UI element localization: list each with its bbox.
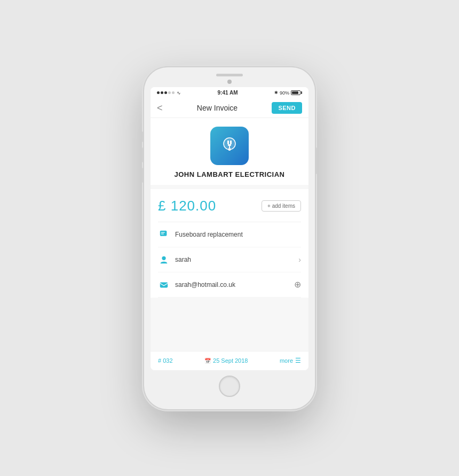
phone-screen: ∿ 9:41 AM ✱ 90% < New Invoice SEND bbox=[151, 87, 308, 370]
business-logo bbox=[210, 127, 249, 165]
more-button[interactable]: more ☰ bbox=[280, 357, 301, 364]
invoice-description: Fuseboard replacement bbox=[175, 231, 301, 238]
screen-content: JOHN LAMBART ELECTRICIAN £ 120.00 + add … bbox=[151, 118, 308, 351]
phone-camera bbox=[227, 80, 232, 84]
add-email-button[interactable]: ⊕ bbox=[294, 279, 301, 290]
battery-fill bbox=[292, 91, 298, 94]
signal-dot-2 bbox=[161, 91, 163, 94]
date-value: 25 Sept 2018 bbox=[213, 357, 248, 364]
volume-up-button bbox=[142, 147, 144, 162]
svg-rect-3 bbox=[228, 144, 231, 146]
nav-bar: < New Invoice SEND bbox=[151, 99, 308, 118]
power-button bbox=[315, 147, 317, 174]
description-row: Fuseboard replacement bbox=[158, 222, 301, 247]
phone-speaker bbox=[216, 74, 243, 76]
status-time: 9:41 AM bbox=[218, 90, 238, 96]
bluetooth-icon: ✱ bbox=[274, 90, 278, 95]
svg-rect-2 bbox=[230, 141, 232, 144]
svg-rect-6 bbox=[228, 150, 231, 151]
wifi-icon: ∿ bbox=[177, 90, 181, 96]
invoice-num-value: 032 bbox=[163, 357, 172, 364]
chat-icon bbox=[158, 229, 170, 240]
status-right: ✱ 90% bbox=[274, 90, 302, 96]
contact-name-chevron[interactable]: › bbox=[298, 255, 301, 264]
business-name: JOHN LAMBART ELECTRICIAN bbox=[175, 170, 285, 178]
hamburger-icon: ☰ bbox=[295, 357, 301, 364]
volume-buttons bbox=[142, 131, 144, 183]
battery-tip bbox=[301, 91, 302, 94]
contact-email: sarah@hotmail.co.uk bbox=[175, 281, 289, 288]
svg-rect-9 bbox=[161, 233, 164, 234]
svg-point-10 bbox=[162, 256, 165, 260]
contact-email-row[interactable]: sarah@hotmail.co.uk ⊕ bbox=[158, 272, 301, 298]
svg-rect-8 bbox=[161, 232, 165, 232]
invoice-num-hash: # bbox=[158, 357, 163, 364]
electrician-logo-icon bbox=[218, 134, 241, 158]
back-button[interactable]: < bbox=[157, 103, 163, 113]
add-items-button[interactable]: + add items bbox=[262, 200, 301, 212]
svg-rect-4 bbox=[229, 146, 230, 149]
battery-body bbox=[291, 90, 300, 95]
battery-pct: 90% bbox=[280, 90, 289, 96]
invoice-card: £ 120.00 + add items Fuseboard replaceme… bbox=[151, 189, 308, 298]
power-button-shape bbox=[315, 147, 317, 174]
invoice-number: # 032 bbox=[158, 357, 173, 364]
signal-dot-3 bbox=[164, 91, 167, 94]
battery-icon bbox=[291, 90, 302, 95]
invoice-date: 📅 25 Sept 2018 bbox=[204, 357, 248, 364]
nav-title: New Invoice bbox=[197, 104, 238, 112]
signal-dot-4 bbox=[168, 91, 171, 94]
mute-button bbox=[142, 131, 144, 142]
contact-name-row[interactable]: sarah › bbox=[158, 247, 301, 272]
signal-dots bbox=[157, 91, 175, 94]
status-bar: ∿ 9:41 AM ✱ 90% bbox=[151, 87, 308, 99]
footer-bar: # 032 📅 25 Sept 2018 more ☰ bbox=[151, 351, 308, 370]
chat-bubble-icon bbox=[159, 230, 169, 239]
svg-rect-5 bbox=[228, 149, 231, 150]
signal-dot-5 bbox=[172, 91, 175, 94]
more-label: more bbox=[280, 357, 293, 364]
phone-shell: ∿ 9:41 AM ✱ 90% < New Invoice SEND bbox=[144, 67, 315, 409]
spacer bbox=[151, 298, 308, 319]
phone-bottom bbox=[149, 376, 310, 397]
business-header: JOHN LAMBART ELECTRICIAN bbox=[151, 118, 308, 185]
calendar-icon: 📅 bbox=[204, 358, 211, 364]
status-left: ∿ bbox=[157, 90, 181, 96]
svg-rect-11 bbox=[160, 282, 168, 287]
invoice-amount: £ 120.00 bbox=[158, 198, 216, 214]
envelope-icon bbox=[159, 280, 169, 290]
mail-icon bbox=[158, 279, 170, 291]
person-svg-icon bbox=[159, 255, 169, 264]
svg-rect-1 bbox=[227, 141, 229, 144]
home-button[interactable] bbox=[219, 376, 240, 397]
amount-row: £ 120.00 + add items bbox=[158, 189, 301, 222]
phone-top-bar bbox=[149, 74, 310, 84]
send-button[interactable]: SEND bbox=[272, 102, 302, 114]
signal-dot-1 bbox=[157, 91, 160, 94]
contact-name: sarah bbox=[175, 256, 293, 263]
volume-down-button bbox=[142, 168, 144, 183]
person-icon bbox=[158, 254, 170, 266]
